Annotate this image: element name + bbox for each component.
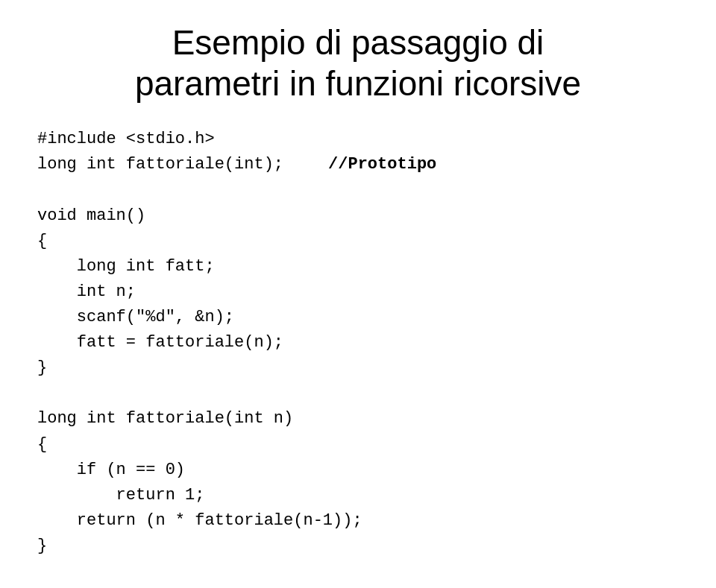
code-void-main: void main() bbox=[37, 203, 686, 229]
code-prototype-code: long int fattoriale(int); bbox=[37, 152, 283, 177]
title-line2: parametri in funzioni ricorsive bbox=[30, 63, 686, 104]
code-include: #include <stdio.h> bbox=[37, 127, 686, 152]
page-container: Esempio di passaggio di parametri in fun… bbox=[0, 0, 716, 588]
code-func-def: long int fattoriale(int n) bbox=[37, 406, 686, 431]
title-section: Esempio di passaggio di parametri in fun… bbox=[30, 22, 686, 104]
code-line-return2: return (n * fattoriale(n-1)); bbox=[37, 508, 686, 534]
title-line1: Esempio di passaggio di bbox=[30, 22, 686, 63]
code-open-brace1: { bbox=[37, 229, 686, 254]
code-prototype-comment: //Prototipo bbox=[328, 152, 436, 177]
code-close-brace2: } bbox=[37, 534, 686, 559]
code-section: #include <stdio.h> long int fattoriale(i… bbox=[30, 127, 686, 559]
code-line-fatt: long int fatt; bbox=[37, 254, 686, 279]
code-line-if: if (n == 0) bbox=[37, 458, 686, 483]
code-blank1 bbox=[37, 178, 686, 203]
code-line-assign: fatt = fattoriale(n); bbox=[37, 330, 686, 355]
code-line-scanf: scanf("%d", &n); bbox=[37, 305, 686, 330]
code-line-return1: return 1; bbox=[37, 483, 686, 508]
code-line-n: int n; bbox=[37, 279, 686, 305]
code-open-brace2: { bbox=[37, 432, 686, 458]
code-close-brace1: } bbox=[37, 355, 686, 381]
code-prototype-row: long int fattoriale(int); //Prototipo bbox=[37, 152, 686, 177]
code-blank2 bbox=[37, 381, 686, 406]
